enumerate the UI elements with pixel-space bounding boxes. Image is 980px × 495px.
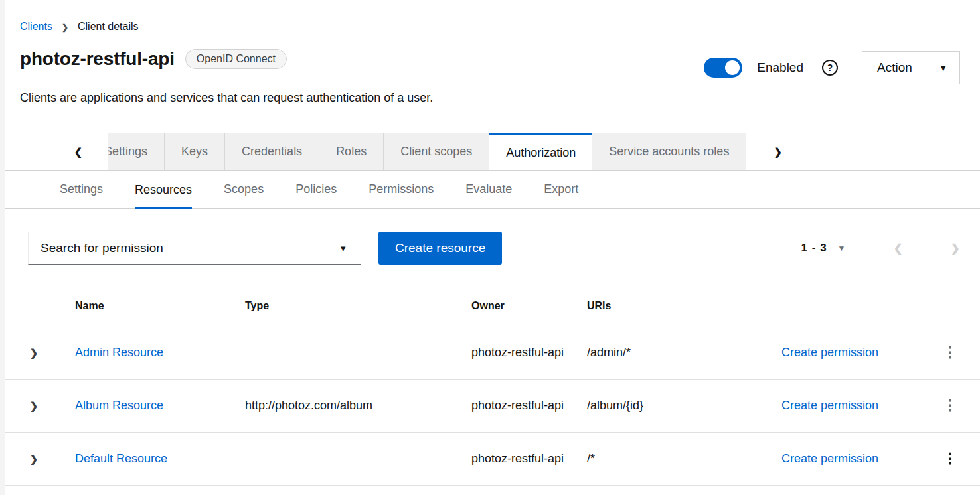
resource-name-link[interactable]: Default Resource (75, 452, 167, 465)
resource-type: http://photoz.com/album (244, 399, 471, 413)
subtab-permissions[interactable]: Permissions (368, 171, 434, 208)
client-tabs: ❮ Settings Keys Credentials Roles Client… (0, 133, 980, 171)
column-header-name: Name (60, 300, 244, 312)
protocol-badge: OpenID Connect (185, 49, 287, 69)
page-header: photoz-restful-api OpenID Connect Enable… (0, 33, 980, 84)
chevron-left-icon: ❮ (74, 146, 82, 158)
pagination: 1 - 3 ▼ ❮ ❯ (801, 242, 960, 255)
table-row: ❯ Default Resource photoz-restful-api /*… (0, 433, 980, 486)
row-expand-chevron-icon[interactable]: ❯ (30, 347, 39, 359)
row-expand-chevron-icon[interactable]: ❯ (30, 400, 39, 412)
resource-uris: /admin/* (587, 346, 781, 360)
column-header-owner: Owner (471, 300, 587, 312)
resource-owner: photoz-restful-api (471, 346, 587, 360)
column-header-uris: URIs (587, 300, 781, 312)
resources-toolbar: Search for permission ▼ Create resource … (0, 209, 980, 285)
tab-credentials[interactable]: Credentials (225, 133, 319, 170)
subtab-resources[interactable]: Resources (135, 171, 192, 209)
action-dropdown-label: Action (877, 60, 912, 75)
tab-service-accounts-roles[interactable]: Service accounts roles (592, 133, 746, 170)
column-header-type: Type (244, 300, 471, 312)
resources-table: Name Type Owner URIs ❯ Admin Resource ph… (0, 285, 980, 486)
page-edge-strip (0, 0, 5, 495)
subtab-evaluate[interactable]: Evaluate (465, 171, 512, 208)
subtab-scopes[interactable]: Scopes (224, 171, 264, 208)
page-description: Clients are applications and services th… (0, 84, 980, 105)
search-permission-label: Search for permission (41, 241, 163, 255)
subtab-policies[interactable]: Policies (295, 171, 337, 208)
toggle-knob-icon (725, 60, 740, 75)
caret-down-icon: ▼ (339, 244, 347, 253)
pagination-caret-down-icon[interactable]: ▼ (838, 244, 846, 253)
create-permission-link[interactable]: Create permission (781, 346, 878, 359)
search-permission-select[interactable]: Search for permission ▼ (28, 232, 361, 265)
table-row: ❯ Admin Resource photoz-restful-api /adm… (0, 326, 980, 380)
enabled-toggle[interactable] (704, 58, 742, 78)
pagination-range: 1 - 3 (801, 242, 827, 255)
subtab-export[interactable]: Export (544, 171, 578, 208)
caret-down-icon: ▼ (939, 63, 947, 73)
tabs-scroll-right-button[interactable]: ❯ (746, 133, 980, 170)
create-permission-link[interactable]: Create permission (781, 399, 878, 412)
tab-authorization[interactable]: Authorization (489, 133, 592, 170)
tab-client-scopes[interactable]: Client scopes (384, 133, 489, 170)
breadcrumb-current: Client details (78, 21, 139, 33)
table-header-row: Name Type Owner URIs (0, 285, 980, 326)
breadcrumb-clients-link[interactable]: Clients (20, 21, 52, 33)
resource-owner: photoz-restful-api (471, 399, 587, 413)
resource-name-link[interactable]: Album Resource (75, 399, 163, 412)
page-title: photoz-restful-api (20, 48, 175, 70)
breadcrumb: Clients ❯ Client details (0, 0, 980, 33)
tab-roles[interactable]: Roles (319, 133, 384, 170)
chevron-right-icon: ❯ (774, 146, 782, 158)
kebab-menu-icon[interactable]: ⋮ (943, 398, 957, 413)
tabs-scroll-left-button[interactable]: ❮ (0, 133, 108, 170)
resource-uris: /* (587, 452, 781, 466)
create-resource-button[interactable]: Create resource (378, 232, 502, 265)
resource-uris: /album/{id} (587, 399, 781, 413)
kebab-menu-icon[interactable]: ⋮ (943, 345, 957, 360)
breadcrumb-separator-icon: ❯ (62, 23, 68, 32)
pagination-prev-button[interactable]: ❮ (894, 242, 903, 255)
resource-name-link[interactable]: Admin Resource (75, 346, 163, 359)
table-row: ❯ Album Resource http://photoz.com/album… (0, 380, 980, 433)
create-permission-link[interactable]: Create permission (781, 452, 878, 465)
help-icon[interactable]: ? (822, 60, 838, 76)
tab-settings[interactable]: Settings (108, 133, 165, 170)
action-dropdown[interactable]: Action ▼ (862, 51, 960, 84)
tab-keys[interactable]: Keys (165, 133, 225, 170)
authorization-subtabs: Settings Resources Scopes Policies Permi… (0, 171, 980, 209)
row-expand-chevron-icon[interactable]: ❯ (30, 453, 39, 465)
tabs-scroll-area: Settings Keys Credentials Roles Client s… (108, 133, 746, 170)
enabled-label: Enabled (757, 60, 803, 75)
kebab-menu-icon[interactable]: ⋮ (943, 451, 957, 466)
subtab-settings[interactable]: Settings (60, 171, 103, 208)
pagination-next-button[interactable]: ❯ (951, 242, 960, 255)
resource-owner: photoz-restful-api (471, 452, 587, 466)
